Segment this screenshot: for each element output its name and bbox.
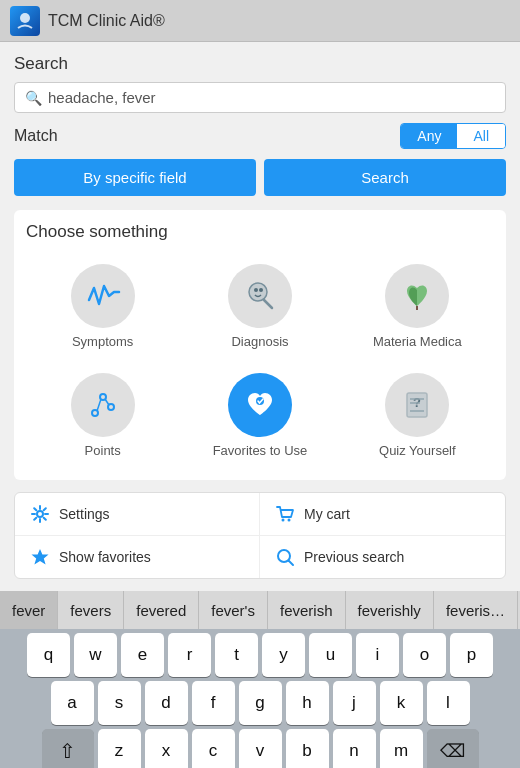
search-input-wrap[interactable]: 🔍 xyxy=(14,82,506,113)
title-bar: TCM Clinic Aid® xyxy=(0,0,520,42)
key-backspace[interactable]: ⌫ xyxy=(427,729,479,768)
svg-point-19 xyxy=(282,519,285,522)
key-f[interactable]: f xyxy=(192,681,235,725)
key-shift[interactable]: ⇧ xyxy=(42,729,94,768)
key-i[interactable]: i xyxy=(356,633,399,677)
main-content: Search 🔍 Match Any All By specific field… xyxy=(0,42,520,591)
match-label: Match xyxy=(14,127,58,145)
symptoms-icon-circle xyxy=(71,264,135,328)
key-s[interactable]: s xyxy=(98,681,141,725)
previous-search-link[interactable]: Previous search xyxy=(260,536,505,578)
key-a[interactable]: a xyxy=(51,681,94,725)
autocomplete-item-3[interactable]: fever's xyxy=(199,591,268,629)
choose-title: Choose something xyxy=(26,222,494,242)
keyboard-row-3: ⇧ z x c v b n m ⌫ xyxy=(3,729,517,768)
svg-line-11 xyxy=(105,399,109,405)
svg-point-18 xyxy=(37,511,43,517)
svg-line-23 xyxy=(289,561,294,566)
key-p[interactable]: p xyxy=(450,633,493,677)
key-o[interactable]: o xyxy=(403,633,446,677)
app-icon xyxy=(10,6,40,36)
key-k[interactable]: k xyxy=(380,681,423,725)
choose-grid: Symptoms Diagnosis xyxy=(26,254,494,468)
autocomplete-item-2[interactable]: fevered xyxy=(124,591,199,629)
choose-item-materia-medica[interactable]: Materia Medica xyxy=(341,254,494,359)
autocomplete-item-5[interactable]: feverishly xyxy=(346,591,434,629)
autocomplete-item-1[interactable]: fevers xyxy=(58,591,124,629)
keyboard: q w e r t y u i o p a s d f g h j k l ⇧ … xyxy=(0,629,520,768)
my-cart-link[interactable]: My cart xyxy=(260,493,505,536)
settings-link[interactable]: Settings xyxy=(15,493,260,536)
favorites-to-use-label: Favorites to Use xyxy=(213,443,308,458)
key-u[interactable]: u xyxy=(309,633,352,677)
key-q[interactable]: q xyxy=(27,633,70,677)
key-e[interactable]: e xyxy=(121,633,164,677)
autocomplete-item-4[interactable]: feverish xyxy=(268,591,346,629)
svg-point-3 xyxy=(254,288,258,292)
points-icon-circle xyxy=(71,373,135,437)
choose-item-diagnosis[interactable]: Diagnosis xyxy=(183,254,336,359)
diagnosis-label: Diagnosis xyxy=(231,334,288,349)
key-n[interactable]: n xyxy=(333,729,376,768)
settings-label: Settings xyxy=(59,506,110,522)
quiz-yourself-label: Quiz Yourself xyxy=(379,443,456,458)
autocomplete-item-6[interactable]: feveris… xyxy=(434,591,518,629)
key-g[interactable]: g xyxy=(239,681,282,725)
points-label: Points xyxy=(85,443,121,458)
previous-search-icon xyxy=(274,546,296,568)
choose-item-symptoms[interactable]: Symptoms xyxy=(26,254,179,359)
action-buttons: By specific field Search xyxy=(14,159,506,196)
star-icon xyxy=(29,546,51,568)
materia-medica-icon-circle xyxy=(385,264,449,328)
search-input[interactable] xyxy=(48,89,495,106)
svg-line-10 xyxy=(97,399,101,411)
settings-icon xyxy=(29,503,51,525)
search-icon: 🔍 xyxy=(25,90,42,106)
autocomplete-item-0[interactable]: fever xyxy=(0,591,58,629)
autocomplete-bar: fever fevers fevered fever's feverish fe… xyxy=(0,591,520,629)
match-row: Match Any All xyxy=(14,123,506,149)
by-specific-field-button[interactable]: By specific field xyxy=(14,159,256,196)
key-b[interactable]: b xyxy=(286,729,329,768)
choose-item-quiz-yourself[interactable]: ? Quiz Yourself xyxy=(341,363,494,468)
match-all-button[interactable]: All xyxy=(457,124,505,148)
svg-line-5 xyxy=(264,300,272,308)
quiz-yourself-icon-circle: ? xyxy=(385,373,449,437)
search-label: Search xyxy=(14,54,506,74)
key-c[interactable]: c xyxy=(192,729,235,768)
key-y[interactable]: y xyxy=(262,633,305,677)
quick-links: Settings My cart Show favorites xyxy=(14,492,506,579)
key-d[interactable]: d xyxy=(145,681,188,725)
key-x[interactable]: x xyxy=(145,729,188,768)
key-z[interactable]: z xyxy=(98,729,141,768)
favorites-to-use-icon-circle xyxy=(228,373,292,437)
my-cart-label: My cart xyxy=(304,506,350,522)
diagnosis-icon-circle xyxy=(228,264,292,328)
svg-point-4 xyxy=(259,288,263,292)
choose-item-favorites-to-use[interactable]: Favorites to Use xyxy=(183,363,336,468)
search-button[interactable]: Search xyxy=(264,159,506,196)
show-favorites-link[interactable]: Show favorites xyxy=(15,536,260,578)
show-favorites-label: Show favorites xyxy=(59,549,151,565)
match-toggle: Any All xyxy=(400,123,506,149)
key-l[interactable]: l xyxy=(427,681,470,725)
key-h[interactable]: h xyxy=(286,681,329,725)
keyboard-row-1: q w e r t y u i o p xyxy=(3,633,517,677)
key-j[interactable]: j xyxy=(333,681,376,725)
previous-search-label: Previous search xyxy=(304,549,404,565)
app-title: TCM Clinic Aid® xyxy=(48,12,165,30)
materia-medica-label: Materia Medica xyxy=(373,334,462,349)
key-m[interactable]: m xyxy=(380,729,423,768)
key-t[interactable]: t xyxy=(215,633,258,677)
match-any-button[interactable]: Any xyxy=(401,124,457,148)
svg-point-12 xyxy=(256,397,264,405)
symptoms-label: Symptoms xyxy=(72,334,133,349)
key-r[interactable]: r xyxy=(168,633,211,677)
key-v[interactable]: v xyxy=(239,729,282,768)
svg-marker-21 xyxy=(32,549,49,565)
key-w[interactable]: w xyxy=(74,633,117,677)
choose-section: Choose something Symptoms xyxy=(14,210,506,480)
svg-point-0 xyxy=(20,13,30,23)
keyboard-row-2: a s d f g h j k l xyxy=(3,681,517,725)
choose-item-points[interactable]: Points xyxy=(26,363,179,468)
